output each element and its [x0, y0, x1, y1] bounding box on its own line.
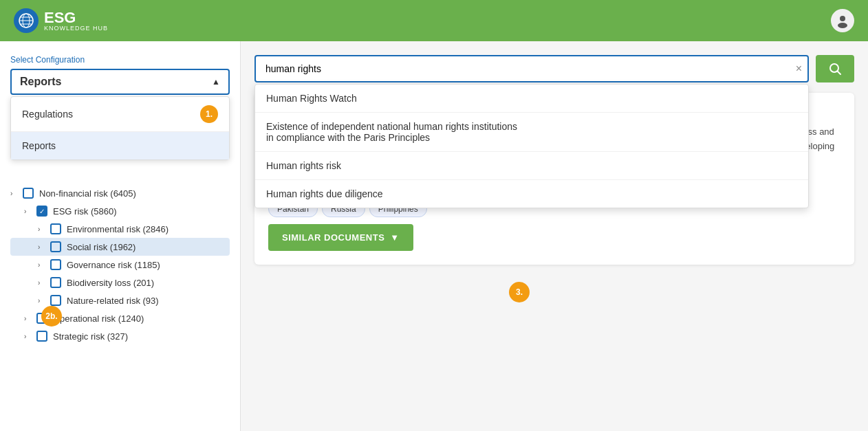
checkbox-non-financial[interactable] [23, 188, 34, 199]
checkbox-environmental[interactable] [50, 223, 61, 234]
esg-risk-label: ESG risk (5860) [53, 206, 116, 217]
annotation-3: 3. [509, 282, 530, 302]
logo-knowledge-label: KNOWLEDGE HUB [44, 25, 108, 32]
expand-governance-icon: › [38, 261, 47, 269]
social-risk-label: Social risk (1962) [67, 242, 135, 252]
regulations-badge: 1. [200, 105, 218, 123]
tree-item-non-financial-risk[interactable]: › Non-financial risk (6405) [10, 184, 230, 202]
dropdown-arrow-icon: ▲ [212, 77, 220, 87]
user-avatar[interactable] [831, 9, 854, 32]
search-input-wrapper: × Human Rights Watch Existence of indepe… [254, 55, 809, 82]
svg-point-6 [838, 23, 847, 28]
expand-environmental-icon: › [38, 225, 47, 233]
main-container: Select Configuration Reports ▲ Regulatio… [0, 41, 868, 431]
nature-related-label: Nature-related risk (93) [67, 296, 159, 306]
checkbox-nature[interactable] [50, 295, 61, 306]
autocomplete-item-1[interactable]: Human Rights Watch [255, 85, 808, 113]
dropdown-item-regulations[interactable]: Regulations 1. [11, 97, 229, 132]
config-dropdown[interactable]: Reports ▲ [10, 69, 230, 95]
tree-item-environmental-risk[interactable]: › Environmental risk (2846) [10, 220, 230, 238]
search-bar-container: × Human Rights Watch Existence of indepe… [254, 55, 854, 82]
tree-item-esg-risk[interactable]: › ✓ ESG risk (5860) [10, 202, 230, 220]
logo: ESG KNOWLEDGE HUB [14, 8, 108, 33]
dropdown-selected-label: Reports [20, 76, 61, 88]
logo-globe [14, 8, 39, 33]
non-financial-risk-label: Non-financial risk (6405) [39, 188, 136, 199]
expand-strategic-icon: › [24, 333, 34, 340]
governance-risk-label: Governance risk (1185) [67, 260, 160, 270]
autocomplete-dropdown: Human Rights Watch Existence of independ… [254, 84, 809, 208]
search-input[interactable] [254, 55, 809, 82]
logo-esg-label: ESG [44, 10, 108, 25]
expand-social-icon: › [38, 243, 47, 251]
header: ESG KNOWLEDGE HUB [0, 0, 868, 41]
dropdown-item-reports-label: Reports [22, 140, 56, 151]
annotation-2b: 2b. [41, 306, 62, 327]
environmental-risk-label: Environmental risk (2846) [67, 224, 169, 234]
tree-item-social-risk[interactable]: › Social risk (1962) [10, 238, 230, 256]
dropdown-item-regulations-label: Regulations [22, 109, 73, 120]
tree-item-governance-risk[interactable]: › Governance risk (1185) [10, 256, 230, 274]
autocomplete-item-2[interactable]: Existence of independent national human … [255, 113, 808, 152]
search-clear-icon[interactable]: × [796, 63, 802, 75]
expand-non-financial-icon: › [10, 190, 20, 197]
similar-docs-button[interactable]: SIMILAR DOCUMENTS ▼ [268, 224, 413, 251]
svg-point-5 [840, 16, 845, 21]
expand-nature-icon: › [38, 297, 47, 305]
checkbox-strategic[interactable] [36, 331, 47, 342]
logo-text: ESG KNOWLEDGE HUB [44, 10, 108, 32]
tree-item-strategic-risk[interactable]: › Strategic risk (327) [10, 327, 230, 345]
similar-docs-label: SIMILAR DOCUMENTS [282, 232, 384, 243]
checkbox-esg[interactable]: ✓ [36, 206, 47, 217]
expand-biodiversity-icon: › [38, 279, 47, 287]
expand-operational-icon: › [24, 315, 34, 322]
dropdown-item-reports[interactable]: Reports [11, 132, 229, 159]
checkbox-biodiversity[interactable] [50, 277, 61, 288]
main-content: × Human Rights Watch Existence of indepe… [241, 41, 868, 431]
similar-docs-chevron-icon: ▼ [390, 232, 399, 243]
dropdown-menu: Regulations 1. Reports [10, 96, 230, 160]
search-button[interactable] [816, 55, 854, 82]
operational-risk-label: Operational risk (1240) [53, 313, 144, 324]
expand-esg-icon: › [24, 208, 34, 215]
tree-item-nature-related[interactable]: › Nature-related risk (93) [10, 291, 230, 309]
biodiversity-label: Biodiversity loss (201) [67, 278, 154, 288]
svg-line-8 [838, 71, 841, 75]
sidebar: Select Configuration Reports ▲ Regulatio… [0, 41, 241, 431]
autocomplete-item-3[interactable]: Human rights risk [255, 152, 808, 180]
autocomplete-item-4[interactable]: Human rights due diligence [255, 180, 808, 208]
select-config-label: Select Configuration [10, 55, 230, 65]
checkbox-governance[interactable] [50, 259, 61, 270]
tree-item-biodiversity[interactable]: › Biodiversity loss (201) [10, 274, 230, 291]
checkbox-social[interactable] [50, 241, 61, 252]
strategic-risk-label: Strategic risk (327) [53, 331, 128, 342]
